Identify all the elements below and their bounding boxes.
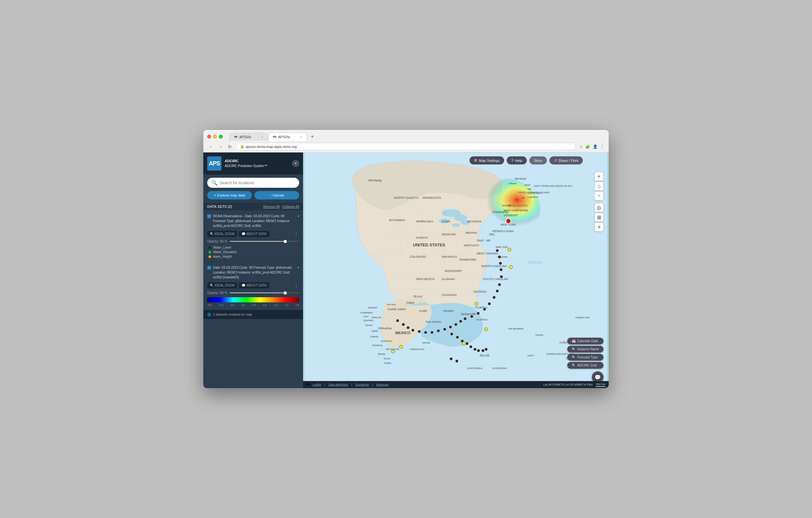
- upload-button[interactable]: ↑ Upload: [255, 191, 299, 199]
- tab-close-1[interactable]: ×: [261, 135, 263, 139]
- forecast-type-filter[interactable]: 🔍 Forecast Type: [567, 354, 604, 361]
- svg-point-115: [449, 325, 452, 328]
- opacity-slider-2[interactable]: [230, 292, 299, 293]
- search-input[interactable]: [220, 181, 295, 185]
- svg-text:Lawrence: Lawrence: [527, 196, 539, 198]
- svg-text:San Antonio: San Antonio: [426, 320, 441, 323]
- svg-point-132: [450, 333, 453, 336]
- forward-button[interactable]: →: [217, 143, 224, 150]
- about-data-button-1[interactable]: 💬 ABOUT DATA: [239, 231, 269, 237]
- collapse-all-button[interactable]: Collapse All: [282, 205, 299, 208]
- more-options-button-1[interactable]: ⋮: [293, 231, 299, 237]
- svg-point-127: [475, 302, 478, 305]
- back-button[interactable]: ←: [207, 143, 214, 150]
- svg-point-131: [506, 219, 511, 224]
- app-title: ADCIRC ADCIRC Prediction System™: [225, 159, 267, 168]
- svg-point-137: [473, 348, 476, 351]
- calendar-date-filter[interactable]: 📅 Calendar Date: [567, 338, 604, 344]
- traffic-lights: [207, 135, 223, 139]
- svg-text:MICHIGAN: MICHIGAN: [467, 220, 481, 223]
- svg-text:Monterrey: Monterrey: [372, 344, 383, 347]
- svg-text:Torreón: Torreón: [365, 324, 373, 326]
- map-toolbar: ⚙ Map Settings ? Help Story ↗ Share / Pr…: [469, 156, 583, 165]
- remove-all-button[interactable]: Remove All: [263, 205, 280, 208]
- ideal-zoom-button-1[interactable]: 🔍 IDEAL ZOOM: [207, 231, 237, 237]
- home-button[interactable]: ⌂: [594, 182, 604, 191]
- about-data-button-2[interactable]: 💬 ABOUT DATA: [239, 282, 269, 288]
- zoom-in-button[interactable]: +: [594, 172, 604, 181]
- svg-point-121: [411, 328, 414, 332]
- comparison-button[interactable]: ⚙: [594, 223, 604, 231]
- zoom-out-button[interactable]: −: [594, 191, 604, 200]
- svg-text:MINNESOTA: MINNESOTA: [423, 196, 441, 199]
- minimize-window-button[interactable]: [213, 135, 217, 139]
- browser-tab-2[interactable]: 🗺 APSViz ×: [268, 133, 307, 141]
- svg-point-107: [492, 296, 496, 299]
- story-button[interactable]: Story: [529, 156, 547, 165]
- dataset-1-opacity: Opacity: 80 %: [207, 239, 299, 243]
- svg-text:Morelia: Morelia: [378, 353, 385, 355]
- share-print-button[interactable]: ↗ Share / Print: [549, 156, 583, 165]
- more-options-button-2[interactable]: ⋮: [293, 283, 299, 288]
- browser-tab-1[interactable]: 🗺 APSViz ×: [229, 133, 268, 141]
- svg-text:UNITED STATES: UNITED STATES: [413, 242, 445, 247]
- svg-text:IOWA: IOWA: [442, 220, 450, 223]
- map-settings-button[interactable]: ⚙ Map Settings: [469, 156, 504, 165]
- geolocate-button[interactable]: ◎: [594, 203, 604, 212]
- adcirc-grid-filter[interactable]: 🔍 ADCIRC Grid: [567, 362, 604, 369]
- svg-point-105: [498, 283, 501, 286]
- svg-point-117: [437, 329, 440, 333]
- svg-text:Culiacán: Culiacán: [370, 336, 378, 338]
- address-bar[interactable]: 🔒 apsviz-terria-map.apps.renci.org: [236, 143, 576, 150]
- refresh-button[interactable]: ↻: [227, 143, 233, 150]
- svg-text:Atlantic: Atlantic: [527, 260, 542, 265]
- svg-text:GUATEMALA: GUATEMALA: [467, 367, 483, 370]
- leaflet-link[interactable]: Leaflet: [313, 383, 321, 386]
- datasets-label: DATA SETS (2): [207, 205, 263, 208]
- svg-text:Houston: Houston: [443, 309, 454, 312]
- ideal-zoom-button-2[interactable]: 🔍 IDEAL ZOOM: [207, 282, 237, 288]
- opacity-slider-1[interactable]: [230, 241, 299, 242]
- svg-point-125: [508, 248, 511, 251]
- basemap-link[interactable]: Basemap: [376, 383, 388, 386]
- svg-text:PENNSYLVANIA: PENNSYLVANIA: [492, 230, 514, 233]
- svg-point-113: [459, 320, 462, 323]
- dataset-1-checkbox[interactable]: [207, 214, 211, 218]
- svg-text:NB: NB: [527, 188, 531, 191]
- menu-button[interactable]: ⋮: [600, 144, 605, 150]
- colorbar-labels: -0.5 -0.2 0.0 0.3 0.5 0.8 1.0 1.3 1.5: [207, 304, 299, 307]
- maximize-window-button[interactable]: [219, 135, 223, 139]
- svg-point-135: [466, 342, 469, 345]
- svg-text:Querétaro: Querétaro: [364, 319, 374, 322]
- explore-map-data-button[interactable]: + Explore map data: [207, 191, 252, 199]
- svg-text:CUBA: CUBA: [559, 341, 568, 344]
- search-icon: 🔍: [211, 180, 218, 186]
- svg-point-120: [418, 330, 421, 333]
- dataset-item-2: Date: 03-03-2023 Cycle: 00 Forecast Type…: [203, 262, 303, 310]
- svg-point-104: [500, 275, 503, 279]
- close-window-button[interactable]: [207, 135, 211, 139]
- data-attribution-link[interactable]: Data attribution: [328, 383, 348, 386]
- app-content: APS ADCIRC ADCIRC Prediction System™ × 🔍…: [203, 152, 609, 388]
- separator-2: |: [351, 383, 352, 386]
- extensions-button[interactable]: 🧩: [585, 144, 591, 150]
- dataset-2-checkbox[interactable]: [207, 266, 211, 270]
- svg-text:NEW: NEW: [524, 183, 531, 186]
- bookmark-button[interactable]: ☆: [579, 144, 583, 150]
- svg-text:NOVA SCOTIA: NOVA SCOTIA: [508, 204, 527, 207]
- svg-text:SINALOA: SINALOA: [371, 316, 381, 319]
- close-sidebar-button[interactable]: ×: [292, 160, 299, 167]
- svg-point-13: [452, 223, 460, 227]
- profile-button[interactable]: 👤: [592, 144, 598, 150]
- disclaimer-link[interactable]: Disclaimer: [355, 383, 369, 386]
- layers-button[interactable]: ⊞: [594, 213, 604, 222]
- new-tab-button[interactable]: +: [308, 133, 316, 141]
- svg-text:Sargasso Sea: Sargasso Sea: [575, 316, 589, 319]
- filter-panel: 📅 Calendar Date 🔍 Instance Name 🔍 Foreca…: [567, 338, 604, 369]
- tab-close-2[interactable]: ×: [300, 135, 302, 139]
- help-icon: ?: [511, 159, 513, 163]
- help-button[interactable]: ? Help: [507, 156, 527, 165]
- svg-text:MISSOURI: MISSOURI: [442, 233, 456, 236]
- instance-name-filter[interactable]: 🔍 Instance Name: [567, 346, 604, 352]
- map-area[interactable]: Atlantic UNITED STATES MEXICO NORTH DAKO…: [303, 152, 609, 388]
